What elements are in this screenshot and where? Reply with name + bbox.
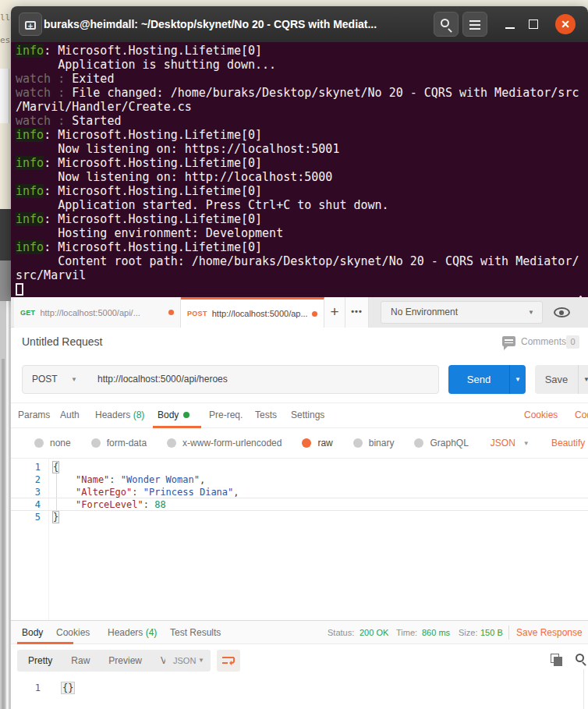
radio-icon [353,438,363,448]
method-badge-post: POST [187,310,207,317]
radio-icon [414,438,423,448]
tab-settings[interactable]: Settings [291,403,324,428]
terminal-line: Application is shutting down... [16,58,588,72]
terminal-output[interactable]: info: Microsoft.Hosting.Lifetime[0] Appl… [11,42,588,297]
divider [508,626,509,640]
request-tab-get[interactable]: GET http://localhost:5000/api/... [14,297,181,328]
terminal-line: watch : Exited [16,72,588,86]
terminal-search-button[interactable] [434,12,459,37]
background-panel [0,69,9,123]
terminal-line: Content root path: /home/buraks/Desktop/… [16,254,588,268]
environment-zone: No Environment ▼ [369,297,588,328]
line-number: 3 [11,486,41,498]
wrap-text-button[interactable] [217,650,240,672]
response-tab-cookies[interactable]: Cookies [56,621,90,644]
save-response-button[interactable]: Save Response▼ [516,621,588,646]
radio-icon [167,438,176,448]
raw-format-select[interactable]: JSON▼ [491,438,530,448]
postman-window: GET http://localhost:5000/api/... POST h… [11,297,588,709]
terminal-window: + buraks@heimdall: ~/Desktop/skynet/No 2… [11,6,588,297]
view-mode-preview[interactable]: Preview [99,650,151,672]
response-body[interactable]: 1 {} [11,677,588,709]
background-panel [0,261,12,301]
line-number: 1 [11,461,41,473]
tab-prerequest[interactable]: Pre-req. [209,403,243,428]
radio-form-data[interactable]: form-data [91,438,147,448]
code-line: } [53,511,58,523]
radio-binary[interactable]: binary [353,438,395,448]
radio-raw[interactable]: raw [302,438,332,448]
save-options-button[interactable]: ▼ [578,365,588,394]
status-label: Status: [328,621,354,644]
response-tab-headers[interactable]: Headers (4) [108,621,157,644]
cookies-link[interactable]: Cookies [524,403,558,428]
beautify-link[interactable]: Beautify [551,428,585,458]
terminal-line: info: Microsoft.Hosting.Lifetime[0] [16,156,588,170]
tab-url: http://localhost:5000/ap... [212,309,307,318]
request-tab-post-active[interactable]: POST http://localhost:5000/ap... [181,297,324,328]
new-tab-button[interactable]: + [19,12,42,36]
code-link[interactable]: Code [575,403,588,428]
request-body-editor[interactable]: 1 2 3 4 5 { "Name": "Wonder Woman", "Alt… [11,459,588,620]
radio-urlencoded[interactable]: x-www-form-urlencoded [167,438,282,448]
send-button-group: Send ▼ [448,365,526,394]
terminal-menu-button[interactable] [462,12,487,37]
terminal-line: Hosting environment: Development [16,226,588,240]
add-tab-button[interactable]: + [324,297,345,328]
method-select[interactable]: POST ▼ [23,366,85,393]
gutter-separator [48,459,49,620]
tab-params[interactable]: Params [18,403,50,428]
size-value: 150 B [480,621,503,644]
terminal-line: info: Microsoft.Hosting.Lifetime[0] [16,240,588,254]
response-toolbar: Pretty Raw Preview Visualize JSON ▼ [11,644,588,677]
minimize-button[interactable] [501,17,519,31]
save-button-group: Save ▼ [535,365,588,394]
url-input[interactable]: http://localhost:5000/api/heroes [97,366,432,393]
headers-count: (8) [133,409,145,420]
tab-auth[interactable]: Auth [60,403,80,428]
terminal-line: src/Marvil [16,268,588,282]
body-modified-dot-icon [183,412,190,418]
terminal-titlebar[interactable]: + buraks@heimdall: ~/Desktop/skynet/No 2… [11,6,588,42]
code-line: "ForceLevel": 88 [76,498,166,511]
radio-graphql[interactable]: GraphQL [414,438,468,448]
close-button[interactable]: ✕ [555,14,576,34]
response-search-button[interactable] [576,654,588,666]
response-format-select[interactable]: JSON ▼ [165,650,211,672]
wrap-text-icon [221,655,236,666]
method-badge-get: GET [20,309,35,317]
terminal-line: watch : File changed: /home/buraks/Deskt… [16,86,588,100]
comments-icon [502,336,515,346]
hamburger-menu-icon [469,20,480,32]
response-header: Body Cookies Headers (4) Test Results St… [11,620,588,644]
send-button[interactable]: Send [448,365,509,394]
radio-icon [91,438,101,448]
terminal-line: Now listening on: http://localhost:5000 [16,170,588,184]
view-mode-raw[interactable]: Raw [62,650,99,672]
terminal-line: info: Microsoft.Hosting.Lifetime[0] [16,44,588,58]
chevron-down-icon: ▼ [523,440,530,447]
terminal-line: Application started. Press Ctrl+C to shu… [16,198,588,212]
terminal-line: info: Microsoft.Hosting.Lifetime[0] [16,184,588,198]
method-url-control: POST ▼ http://localhost:5000/api/heroes [22,365,439,394]
save-button[interactable]: Save [535,365,578,394]
environment-eye-icon[interactable] [554,307,570,317]
radio-none[interactable]: none [34,438,71,448]
response-tab-body[interactable]: Body [22,621,43,644]
maximize-icon[interactable] [529,19,538,29]
environment-selector[interactable]: No Environment ▼ [381,301,543,324]
comments-button[interactable]: Comments [521,328,566,356]
send-options-button[interactable]: ▼ [509,365,526,394]
tab-body[interactable]: Body [158,403,190,428]
view-mode-pretty[interactable]: Pretty [19,650,62,672]
terminal-line: info: Microsoft.Hosting.Lifetime[0] [16,212,588,226]
more-tabs-button[interactable]: ••• [345,297,369,328]
tab-headers[interactable]: Headers (8) [95,403,144,428]
copy-button[interactable] [551,654,563,667]
unsaved-dot-icon [312,311,317,317]
response-tab-test-results[interactable]: Test Results [170,621,221,644]
background-text-fragment: es.j [0,35,12,45]
background-scrollbar-track [6,301,9,709]
tab-tests[interactable]: Tests [255,403,277,428]
time-label: Time: [396,621,417,644]
